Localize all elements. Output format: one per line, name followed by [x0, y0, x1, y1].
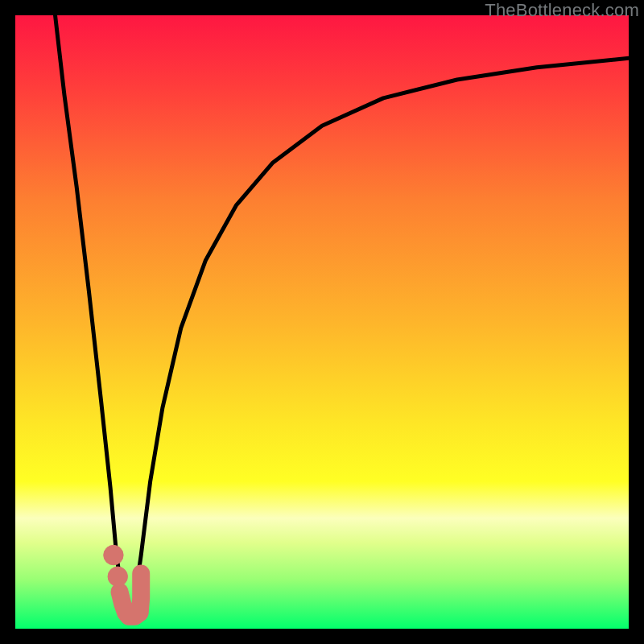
marker-upper: [104, 545, 123, 564]
marker-lower: [108, 567, 127, 586]
gradient-background: [15, 15, 629, 629]
chart-svg: [15, 15, 629, 629]
plot-area: [15, 15, 629, 629]
chart-frame: { "watermark": "TheBottleneck.com", "col…: [0, 0, 644, 644]
watermark: TheBottleneck.com: [485, 0, 639, 21]
